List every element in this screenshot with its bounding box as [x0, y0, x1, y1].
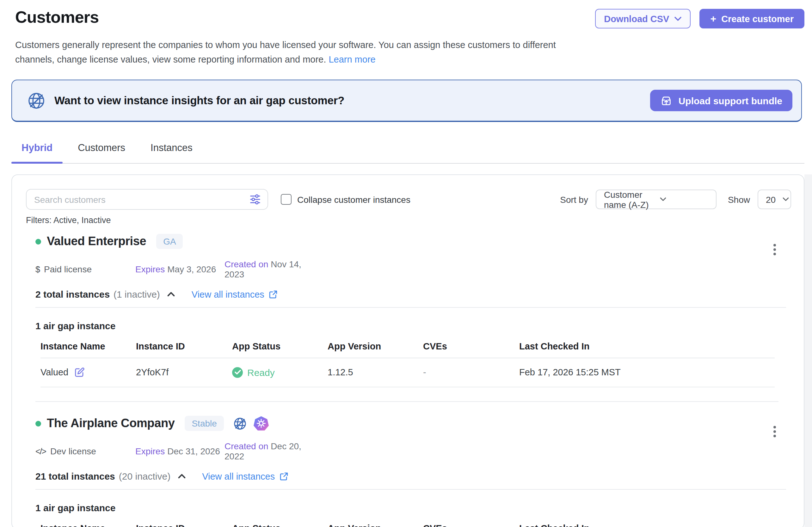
page-description: Customers generally represent the compan…	[15, 38, 584, 67]
last-checked-in: Feb 17, 2026 15:25 MST	[519, 367, 775, 377]
header-actions: Download CSV + Create customer	[595, 9, 804, 28]
active-filters-text: Filters: Active, Inactive	[26, 215, 791, 225]
customer-row-valued-enterprise: Valued Enterprise GA $ Paid license Expi…	[35, 234, 786, 387]
show-select[interactable]: 20	[758, 190, 791, 209]
plus-icon: +	[710, 13, 716, 24]
customer-row-the-airplane-company: The Airplane Company Stable	[35, 416, 786, 527]
code-icon: </>	[35, 447, 46, 456]
total-instances: 2 total instances	[35, 289, 110, 300]
create-customer-button[interactable]: + Create customer	[699, 9, 804, 28]
customer-name[interactable]: Valued Enterprise	[47, 235, 146, 249]
tab-bar: Hybrid Customers Instances	[11, 122, 804, 164]
collapse-instances-checkbox[interactable]	[281, 194, 292, 205]
customers-card: Collapse customer instances Sort by Cust…	[11, 175, 804, 527]
instance-id: 2YfoK7f	[136, 367, 232, 377]
customer-header: Valued Enterprise GA	[35, 234, 786, 249]
customers-page: Customers Download CSV + Create customer…	[0, 0, 812, 527]
show-label: Show	[728, 194, 750, 205]
search-input[interactable]	[26, 189, 268, 210]
customer-separator	[35, 401, 779, 402]
sort-by-label: Sort by	[560, 194, 588, 205]
globe-slash-icon	[233, 416, 247, 431]
external-link-icon	[269, 290, 278, 299]
banner-title: Want to view instance insights for an ai…	[54, 94, 344, 107]
inactive-instances: (20 inactive)	[119, 471, 171, 482]
created-date: Created on Dec 20, 2022	[224, 441, 314, 461]
view-all-instances-link[interactable]: View all instances	[192, 289, 278, 299]
customer-capability-icons	[233, 416, 269, 431]
instances-summary-row: 21 total instances (20 inactive) View al…	[35, 471, 786, 482]
total-instances: 21 total instances	[35, 471, 115, 482]
collapse-instances-label: Collapse customer instances	[297, 194, 410, 205]
license-meta-row: </> Dev license Expires Dec 31, 2026 Cre…	[35, 441, 786, 461]
instance-table-row: Valued 2YfoK7f	[41, 358, 775, 387]
sort-select[interactable]: Customer name (A-Z)	[596, 190, 716, 209]
divider	[35, 307, 786, 308]
instances-table: Instance Name Instance ID App Status App…	[41, 523, 775, 527]
kubernetes-icon	[253, 416, 269, 431]
instance-name: Valued	[41, 367, 68, 377]
upload-support-bundle-button[interactable]: Upload support bundle	[650, 90, 793, 111]
toolbar: Collapse customer instances Sort by Cust…	[26, 189, 791, 210]
airgap-banner: Want to view instance insights for an ai…	[11, 80, 802, 122]
learn-more-link[interactable]: Learn more	[329, 54, 375, 64]
active-status-dot	[35, 239, 41, 244]
scrollbar-track[interactable]	[804, 175, 812, 527]
dollar-icon: $	[35, 265, 40, 274]
upload-icon	[660, 94, 672, 106]
instances-table: Instance Name Instance ID App Status App…	[41, 341, 775, 387]
external-link-icon	[279, 472, 288, 481]
page-header: Customers Download CSV + Create customer	[0, 0, 812, 28]
app-status: Ready	[232, 367, 328, 378]
airgap-section-heading: 1 air gap instance	[35, 320, 786, 331]
channel-badge: Stable	[185, 416, 223, 431]
chevron-up-icon[interactable]	[167, 291, 175, 297]
check-circle-icon	[232, 367, 243, 378]
search-wrap	[26, 189, 268, 210]
expires-date: Expires Dec 31, 2026	[135, 446, 224, 456]
view-all-instances-link[interactable]: View all instances	[202, 471, 288, 481]
download-csv-button[interactable]: Download CSV	[595, 9, 691, 28]
chevron-down-icon	[782, 197, 789, 201]
active-status-dot	[35, 421, 41, 426]
sort-controls: Sort by Customer name (A-Z) Show 20	[560, 190, 791, 209]
channel-badge: GA	[156, 234, 183, 249]
license-meta-row: $ Paid license Expires May 3, 2026 Creat…	[35, 259, 786, 279]
divider	[35, 489, 786, 490]
chevron-down-icon	[660, 197, 710, 201]
expires-date: Expires May 3, 2026	[135, 264, 224, 274]
kebab-menu-icon[interactable]	[772, 243, 777, 257]
chevron-up-icon[interactable]	[177, 473, 186, 479]
edit-icon[interactable]	[74, 366, 85, 378]
customer-name[interactable]: The Airplane Company	[47, 417, 175, 430]
created-date: Created on Nov 14, 2023	[224, 259, 314, 279]
tab-hybrid[interactable]: Hybrid	[11, 142, 63, 163]
kebab-menu-icon[interactable]	[772, 425, 777, 438]
filter-sliders-icon[interactable]	[249, 193, 261, 205]
airgap-section-heading: 1 air gap instance	[35, 502, 786, 513]
license-type: $ Paid license	[35, 264, 135, 274]
instances-table-header: Instance Name Instance ID App Status App…	[41, 523, 775, 527]
chevron-down-icon	[674, 16, 682, 21]
customer-header: The Airplane Company Stable	[35, 416, 786, 431]
inactive-instances: (1 inactive)	[114, 289, 160, 300]
globe-slash-icon	[27, 91, 46, 110]
tab-customers[interactable]: Customers	[68, 142, 135, 163]
cves: -	[423, 367, 519, 377]
page-title: Customers	[15, 7, 99, 27]
tab-content: Collapse customer instances Sort by Cust…	[0, 175, 812, 527]
instances-summary-row: 2 total instances (1 inactive) View all …	[35, 289, 786, 300]
tab-instances[interactable]: Instances	[140, 142, 203, 163]
instances-table-header: Instance Name Instance ID App Status App…	[41, 341, 775, 358]
license-type: </> Dev license	[35, 446, 135, 456]
app-version: 1.12.5	[328, 367, 423, 377]
